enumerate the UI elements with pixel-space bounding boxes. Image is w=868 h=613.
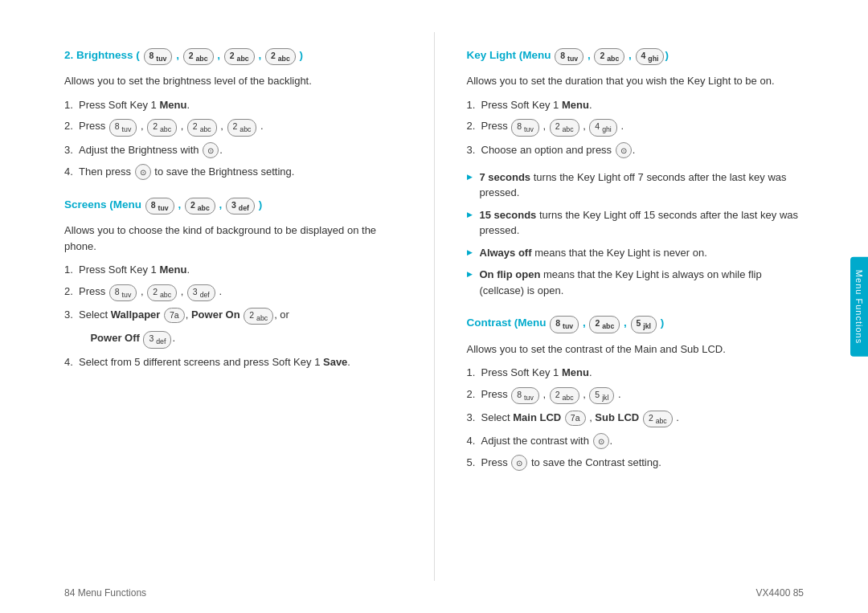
step-item: 3. Choose an option and press ⊙. xyxy=(467,142,805,158)
screens-steps: 1. Press Soft Key 1 Menu. 2. Press 8 tuv… xyxy=(64,262,402,370)
brightness-title: 2. Brightness ( 8 tuv , 2 abc , 2 abc , … xyxy=(64,48,402,65)
right-column: Key Light (Menu 8 tuv , 2 abc , 4 ghi) A… xyxy=(435,0,869,613)
screens-title: Screens (Menu 8 tuv , 2 abc , 3 def ) xyxy=(64,198,402,215)
step-item: 2. Press 8 tuv , 2 abc , 2 abc , 2 abc . xyxy=(64,118,402,136)
step-item: 2. Press 8 tuv , 2 abc , 3 def . xyxy=(64,284,402,301)
key-badge-8k: 8 tuv xyxy=(555,48,583,65)
contrast-steps: 1. Press Soft Key 1 Menu. 2. Press 8 tuv… xyxy=(467,365,805,471)
keylight-desc: Allows you to set the duration that you … xyxy=(467,73,805,89)
key-badge-5c: 5 jkl xyxy=(631,316,657,333)
step-item: 2. Press 8 tuv , 2 abc , 5 jkl . xyxy=(467,386,805,404)
page-footer: 84 Menu Functions VX4400 85 xyxy=(0,587,868,599)
step-item: 5. Press ⊙ to save the Contrast setting. xyxy=(467,455,805,471)
key-badge-2c: 2 abc xyxy=(265,48,296,65)
step-item: 1. Press Soft Key 1 Menu. xyxy=(467,365,805,381)
step-item: 1. Press Soft Key 1 Menu. xyxy=(467,97,805,113)
step-item: 3. Select Main LCD 7a , Sub LCD 2 abc . xyxy=(467,410,805,427)
key-badge-2s: 2 abc xyxy=(185,198,215,215)
key-badge-8s: 8 tuv xyxy=(145,198,174,215)
nav-key-icon: ⊙ xyxy=(203,142,219,158)
ok-key-icon2: ⊙ xyxy=(616,142,632,158)
keylight-title: Key Light (Menu 8 tuv , 2 abc , 4 ghi) xyxy=(467,48,805,65)
keylight-section: Key Light (Menu 8 tuv , 2 abc , 4 ghi) A… xyxy=(467,48,805,298)
key-badge-2k: 2 abc xyxy=(594,48,624,65)
footer-left: 84 Menu Functions xyxy=(64,587,146,599)
keylight-bullets: 7 seconds turns the Key Light off 7 seco… xyxy=(467,170,805,299)
contrast-title: Contrast (Menu 8 tuv , 2 abc , 5 jkl ) xyxy=(467,316,805,333)
key-badge-2a: 2 abc xyxy=(183,48,214,65)
ok-key-icon: ⊙ xyxy=(135,164,151,180)
brightness-section: 2. Brightness ( 8 tuv , 2 abc , 2 abc , … xyxy=(64,48,402,180)
step-item: 4. Then press ⊙ to save the Brightness s… xyxy=(64,164,402,180)
ok-key-icon3: ⊙ xyxy=(511,455,527,471)
key-badge-8c: 8 tuv xyxy=(550,316,579,333)
step-item: Power Off 3 def. xyxy=(64,330,402,348)
key-badge-2c2: 2 abc xyxy=(589,316,620,333)
brightness-steps: 1. Press Soft Key 1 Menu. 2. Press 8 tuv… xyxy=(64,97,402,180)
step-item: 2. Press 8 tuv , 2 abc , 4 ghi . xyxy=(467,118,805,136)
contrast-section: Contrast (Menu 8 tuv , 2 abc , 5 jkl ) A… xyxy=(467,316,805,471)
key-badge-8: 8 tuv xyxy=(144,48,173,65)
step-item: 3. Adjust the Brightness with ⊙. xyxy=(64,142,402,158)
step-item: 4. Adjust the contrast with ⊙. xyxy=(467,433,805,449)
key-badge-4k: 4 ghi xyxy=(636,48,665,65)
bullet-item: 15 seconds turns the Key Light off 15 se… xyxy=(467,207,805,239)
key-badge-2b: 2 abc xyxy=(224,48,255,65)
left-column: 2. Brightness ( 8 tuv , 2 abc , 2 abc , … xyxy=(0,0,434,613)
page-container: 2. Brightness ( 8 tuv , 2 abc , 2 abc , … xyxy=(0,0,868,613)
screens-section: Screens (Menu 8 tuv , 2 abc , 3 def ) Al… xyxy=(64,198,402,370)
bullet-item: On flip open means that the Key Light is… xyxy=(467,267,805,298)
side-tab: Menu Functions xyxy=(850,256,868,356)
key-badge-3s: 3 def xyxy=(226,198,255,215)
keylight-steps: 1. Press Soft Key 1 Menu. 2. Press 8 tuv… xyxy=(467,97,805,158)
step-item: 3. Select Wallpaper 7a, Power On 2 abc, … xyxy=(64,307,402,325)
brightness-desc: Allows you to set the brightness level o… xyxy=(64,73,402,89)
step-item: 4. Select from 5 different screens and p… xyxy=(64,354,402,370)
bullet-item: Always off means that the Key Light is n… xyxy=(467,245,805,261)
screens-desc: Allows you to choose the kind of backgro… xyxy=(64,223,402,254)
bullet-item: 7 seconds turns the Key Light off 7 seco… xyxy=(467,170,805,201)
footer-right: VX4400 85 xyxy=(756,587,804,599)
nav-key-icon2: ⊙ xyxy=(593,433,609,449)
step-item: 1. Press Soft Key 1 Menu. xyxy=(64,262,402,278)
contrast-desc: Allows you to set the contrast of the Ma… xyxy=(467,341,805,358)
step-item: 1. Press Soft Key 1 Menu. xyxy=(64,97,402,113)
